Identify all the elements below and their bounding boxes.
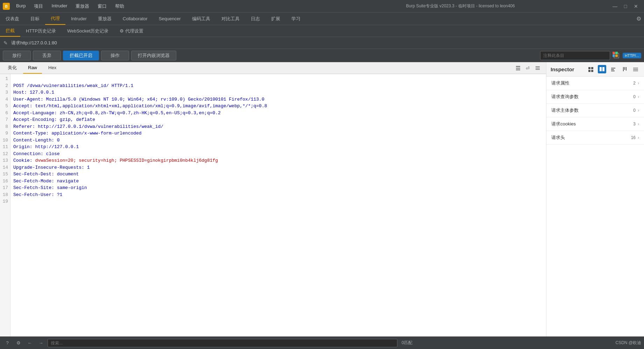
action-button[interactable]: 操作 bbox=[101, 51, 129, 60]
svg-rect-14 bbox=[588, 67, 590, 69]
svg-rect-18 bbox=[600, 67, 602, 71]
drop-button[interactable]: 丢弃 bbox=[33, 51, 61, 60]
editor-panel: 美化 Raw Hex ⏎ 1 2 3 4 5 bbox=[0, 62, 546, 336]
match-count: 0匹配 bbox=[402, 340, 412, 346]
title-bar: B Burp 项目 Intruder 重放器 窗口 帮助 Burp Suite专… bbox=[0, 0, 644, 13]
nav-intruder[interactable]: Intruder bbox=[65, 13, 92, 25]
minimize-button[interactable]: — bbox=[610, 1, 620, 12]
svg-rect-28 bbox=[633, 71, 638, 71]
svg-rect-15 bbox=[591, 67, 593, 69]
menu-help[interactable]: 帮助 bbox=[112, 2, 128, 11]
inspector-more[interactable] bbox=[631, 65, 640, 73]
inspector-panel: Inspector 请求属性 2 › 请求查询参数 0 bbox=[546, 62, 644, 336]
menu-repeater[interactable]: 重放器 bbox=[72, 2, 93, 11]
svg-rect-0 bbox=[613, 52, 615, 54]
list-view-icon[interactable] bbox=[514, 64, 522, 72]
svg-rect-27 bbox=[633, 69, 638, 70]
menu-icon[interactable] bbox=[533, 64, 542, 72]
nav-proxy[interactable]: 代理 bbox=[45, 13, 65, 25]
inspector-request-headers[interactable]: 请求头 16 › bbox=[546, 131, 644, 145]
search-bottom-input[interactable] bbox=[48, 339, 397, 347]
forward-button[interactable]: 放行 bbox=[3, 51, 31, 60]
settings-icon[interactable]: ⚙ bbox=[636, 15, 641, 22]
nav-encoder[interactable]: 编码工具 bbox=[186, 13, 216, 25]
open-browser-button[interactable]: 打开内嵌浏览器 bbox=[131, 51, 176, 60]
code-editor[interactable]: 1 2 3 4 5 6 7 8 9 10 11 12 13 14 15 16 1… bbox=[0, 74, 546, 336]
inspector-split-view[interactable] bbox=[598, 65, 606, 73]
proxy-settings[interactable]: ⚙ 代理设置 bbox=[114, 25, 149, 37]
edit-icon: ✎ bbox=[3, 40, 8, 46]
tab-raw[interactable]: Raw bbox=[23, 62, 42, 74]
svg-rect-23 bbox=[623, 67, 624, 71]
tab-hex[interactable]: Hex bbox=[43, 62, 61, 74]
svg-rect-19 bbox=[602, 67, 604, 71]
subnav-intercept[interactable]: 拦截 bbox=[0, 25, 20, 37]
svg-rect-12 bbox=[536, 68, 540, 68]
inspector-body-params[interactable]: 请求主体参数 0 › bbox=[546, 104, 644, 117]
inspector-query-params[interactable]: 请求查询参数 0 › bbox=[546, 90, 644, 104]
editor-tabs: 美化 Raw Hex ⏎ bbox=[0, 62, 546, 74]
svg-rect-25 bbox=[626, 67, 627, 71]
inspector-title: Inspector bbox=[551, 66, 584, 72]
menu-burp[interactable]: Burp bbox=[13, 2, 29, 11]
close-button[interactable]: ✕ bbox=[631, 1, 641, 12]
svg-rect-1 bbox=[615, 52, 618, 54]
settings-gear-icon: ⚙ bbox=[120, 28, 124, 34]
inspector-list-view[interactable] bbox=[587, 65, 595, 73]
menu-bar: Burp 项目 Intruder 重放器 窗口 帮助 bbox=[13, 2, 311, 11]
nav-collaborator[interactable]: Collaborator bbox=[117, 13, 153, 25]
svg-rect-9 bbox=[516, 70, 520, 70]
svg-rect-22 bbox=[611, 71, 615, 71]
wrap-icon[interactable]: ⏎ bbox=[524, 64, 532, 72]
svg-text:⏎: ⏎ bbox=[526, 66, 530, 71]
subnav-http-history[interactable]: HTTP历史记录 bbox=[20, 25, 62, 37]
http-badge: HTTP/... bbox=[623, 53, 641, 58]
help-icon[interactable]: ? bbox=[3, 339, 12, 348]
window-title: Burp Suite专业版 v2023.3 - 临时项目 - licensed … bbox=[311, 3, 610, 9]
content-area: 美化 Raw Hex ⏎ 1 2 3 4 5 bbox=[0, 62, 644, 336]
bottom-right-text: CSDN @欧迪 bbox=[615, 340, 641, 346]
window-controls: — □ ✕ bbox=[610, 1, 641, 12]
settings-bottom-icon[interactable]: ⚙ bbox=[14, 339, 23, 348]
menu-window[interactable]: 窗口 bbox=[94, 2, 110, 11]
inspector-request-attributes[interactable]: 请求属性 2 › bbox=[546, 77, 644, 90]
nav-logger[interactable]: 日志 bbox=[245, 13, 266, 25]
inspector-align-left[interactable] bbox=[609, 65, 617, 73]
code-content[interactable]: POST /dvwa/vulnerabilities/weak_id/ HTTP… bbox=[10, 74, 546, 336]
maximize-button[interactable]: □ bbox=[620, 1, 631, 12]
subnav-websocket-history[interactable]: WebSocket历史记录 bbox=[62, 25, 114, 37]
nav-extensions[interactable]: 扩展 bbox=[266, 13, 286, 25]
chevron-right-icon: › bbox=[638, 108, 639, 113]
intercept-toggle-button[interactable]: 拦截已开启 bbox=[63, 51, 99, 60]
sub-nav: 拦截 HTTP历史记录 WebSocket历史记录 ⚙ 代理设置 bbox=[0, 25, 644, 37]
svg-rect-16 bbox=[588, 70, 590, 72]
menu-intruder[interactable]: Intruder bbox=[48, 2, 71, 11]
menu-project[interactable]: 项目 bbox=[30, 2, 47, 11]
chevron-right-icon: › bbox=[638, 122, 639, 126]
chevron-right-icon: › bbox=[638, 81, 639, 86]
nav-sequencer[interactable]: Sequencer bbox=[153, 13, 186, 25]
comment-input[interactable] bbox=[540, 51, 610, 60]
svg-rect-11 bbox=[536, 66, 540, 67]
svg-rect-2 bbox=[613, 54, 615, 57]
svg-rect-13 bbox=[536, 69, 540, 70]
nav-target[interactable]: 目标 bbox=[25, 13, 45, 25]
request-url: 请求http://127.0.0.1:80 bbox=[11, 40, 57, 46]
inspector-cookies[interactable]: 请求cookies 3 › bbox=[546, 117, 644, 131]
inspector-align-up[interactable] bbox=[620, 65, 629, 73]
nav-dashboard[interactable]: 仪表盘 bbox=[0, 13, 25, 25]
forward-bottom-button[interactable]: → bbox=[36, 339, 45, 348]
nav-comparer[interactable]: 对比工具 bbox=[216, 13, 245, 25]
back-button[interactable]: ← bbox=[25, 339, 34, 348]
toolbar: 放行 丢弃 拦截已开启 操作 打开内嵌浏览器 HTTP/... bbox=[0, 49, 644, 62]
nav-repeater[interactable]: 重放器 bbox=[92, 13, 117, 25]
intercept-header: ✎ 请求http://127.0.0.1:80 bbox=[0, 37, 644, 49]
nav-learn[interactable]: 学习 bbox=[286, 13, 306, 25]
svg-rect-17 bbox=[591, 70, 593, 72]
tab-beautify[interactable]: 美化 bbox=[3, 62, 22, 74]
line-numbers: 1 2 3 4 5 6 7 8 9 10 11 12 13 14 15 16 1… bbox=[0, 74, 10, 336]
proxy-settings-label: 代理设置 bbox=[125, 28, 143, 34]
main-nav: 仪表盘 目标 代理 Intruder 重放器 Collaborator Sequ… bbox=[0, 13, 644, 25]
chevron-right-icon: › bbox=[638, 94, 639, 99]
bottom-bar: ? ⚙ ← → 0匹配 CSDN @欧迪 bbox=[0, 336, 644, 349]
